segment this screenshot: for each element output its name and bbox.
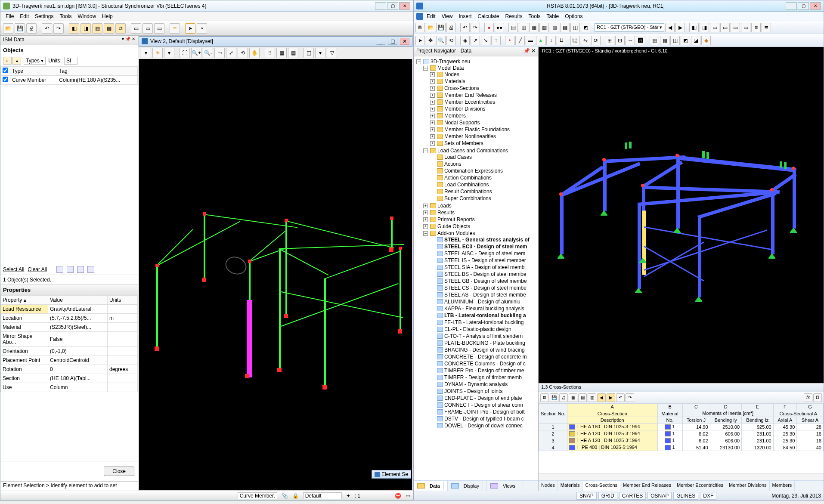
menu-edit[interactable]: Edit [424, 12, 438, 20]
titlebar-right[interactable]: RSTAB 8.01.0073 (64bit) - [3D-Tragwerk n… [414, 0, 824, 12]
tree-expander-icon[interactable]: – [416, 59, 421, 64]
orbit-gizmo-icon[interactable] [223, 254, 249, 278]
tree-item[interactable]: STEEL AISC - Design of steel mem [430, 250, 537, 257]
tree-item[interactable]: KAPPA - Flexural buckling analysis [430, 305, 537, 312]
table-row[interactable]: 2 I HE A 120 | DIN 1025-3:1994 1 6.02 60… [539, 430, 824, 437]
menu-calculate[interactable]: Calculate [475, 12, 502, 20]
tree-item[interactable]: EL-PL - Elastic-plastic design [430, 326, 537, 333]
property-row[interactable]: UseColumn [1, 383, 138, 392]
rt2-m2-icon[interactable]: ▩ [660, 36, 669, 45]
ss-tab-members[interactable]: Members [770, 481, 795, 491]
app-menu-icon[interactable] [416, 13, 423, 20]
ss-t9-icon[interactable]: ↶ [616, 393, 625, 402]
ss-calc-icon[interactable]: 🗒 [813, 393, 822, 402]
rt2-text-icon[interactable]: 🅰 [636, 36, 645, 45]
rt2-dim-icon[interactable]: ↔ [626, 36, 635, 45]
rt-g-icon[interactable]: ◫ [570, 23, 580, 32]
tree-item[interactable]: C-TO-T - Analysis of limit slendern [430, 333, 537, 340]
tree-item[interactable]: DYNAM - Dynamic analysis [430, 381, 537, 388]
rt-new-icon[interactable]: 🗎 [415, 23, 425, 32]
tree-item[interactable]: Super Combinations [430, 195, 537, 202]
status-snap[interactable]: SNAP [576, 492, 597, 500]
rt-f-icon[interactable]: ▩ [560, 23, 570, 32]
rt-calc2-icon[interactable]: ●● [495, 23, 504, 32]
tree-item[interactable]: STEEL BS - Design of steel membe [430, 271, 537, 278]
ss-tab-div[interactable]: Member Divisions [726, 481, 769, 491]
filter-3-icon[interactable] [77, 266, 84, 273]
menu-tools[interactable]: Tools [57, 12, 74, 20]
rt-r8-icon[interactable]: ≣ [762, 23, 771, 32]
prop-col-value[interactable]: Value [48, 296, 108, 305]
vt-fit-icon[interactable]: ⤢ [226, 48, 236, 58]
table-row[interactable]: 3 I HE A 120 | DIN 1025-3:1994 1 6.02 60… [539, 437, 824, 444]
status-stop-icon[interactable]: ⛔ [395, 493, 401, 499]
filter-4-icon[interactable] [87, 266, 94, 273]
ss-tab-nodes[interactable]: Nodes [539, 481, 558, 491]
tool-redo-icon[interactable]: ↷ [53, 23, 64, 34]
rt2-x-icon[interactable]: ↗ [471, 36, 480, 45]
tool-ism-2-icon[interactable]: ◨ [81, 23, 91, 34]
menu-tools[interactable]: Tools [526, 12, 543, 20]
tool-select-dd-icon[interactable]: ⚬ [197, 23, 207, 34]
rt2-member-icon[interactable]: ▬ [526, 36, 535, 45]
close-button[interactable]: ✕ [810, 2, 821, 10]
col-type[interactable]: Type [10, 67, 57, 76]
vt-zoom-in-icon[interactable]: 🔍+ [191, 48, 201, 58]
ss-grid[interactable]: Section No. ABCDEFG Cross-Section Materi… [539, 403, 824, 473]
tree-item[interactable]: +Member Divisions [430, 105, 537, 112]
prop-col-property[interactable]: Property ▴ [1, 296, 48, 305]
tree-item[interactable]: LTB - Lateral-torsional buckling a [430, 312, 537, 319]
rt-print-icon[interactable]: 🖨 [446, 23, 456, 32]
view-close-button[interactable]: ✕ [400, 38, 409, 45]
tree-item[interactable]: +Sets of Members [430, 140, 537, 147]
property-row[interactable]: Placement PointCentroidCentroid [1, 356, 138, 365]
rt-d-icon[interactable]: ▧ [539, 23, 549, 32]
ss-t7-icon[interactable]: ◀ [597, 393, 606, 402]
selected-member[interactable] [247, 300, 252, 377]
rt-r4-icon[interactable]: ▭ [720, 23, 730, 32]
tool-undo-icon[interactable]: ↶ [42, 23, 52, 34]
menu-insert[interactable]: Insert [456, 12, 474, 20]
ss-fx-icon[interactable]: fx [804, 393, 812, 402]
menu-edit[interactable]: Edit [17, 12, 31, 20]
nav-tab-views[interactable]: Views [487, 481, 523, 491]
rt-r3-icon[interactable]: ▭ [710, 23, 719, 32]
rt2-line-icon[interactable]: ╱ [515, 36, 525, 45]
tree-item[interactable]: STEEL SIA - Design of steel memb [430, 264, 537, 271]
header-checkbox[interactable] [3, 68, 8, 73]
rview-canvas[interactable] [539, 56, 824, 383]
navigator-close-icon[interactable]: 📌 ✕ [524, 48, 536, 55]
status-cartes[interactable]: CARTES [619, 492, 646, 500]
tree-item[interactable]: +Nodal Supports [430, 119, 537, 126]
ss-tab-crosssections[interactable]: Cross-Sections [582, 481, 620, 491]
rt2-m5-icon[interactable]: ◪ [691, 36, 700, 45]
tree-item[interactable]: STEEL CS - Design of steel membe [430, 284, 537, 291]
tree-item[interactable]: Combination Expressions [430, 167, 537, 174]
rt-save-icon[interactable]: 💾 [436, 23, 446, 32]
tool-select-icon[interactable]: ➤ [185, 23, 195, 34]
clear-all-link[interactable]: Clear All [28, 266, 47, 272]
tree-item[interactable]: FRAME-JOINT Pro - Design of bolt [430, 408, 537, 415]
row-checkbox[interactable] [3, 77, 8, 82]
tree-item[interactable]: Load Cases [430, 154, 537, 161]
rt2-prev-icon[interactable]: ⟲ [446, 36, 456, 45]
rt2-z-icon[interactable]: ↑ [491, 36, 501, 45]
rt-open-icon[interactable]: 📂 [426, 23, 435, 32]
tool-view-2-icon[interactable]: ▭ [142, 23, 153, 34]
tree-item[interactable]: DSTV - Design of typified I-beam c [430, 415, 537, 422]
nav-home-icon[interactable]: ⌂ [3, 57, 12, 65]
vt-sun-icon[interactable]: ☀ [152, 48, 163, 58]
tree-item[interactable]: STEEL GB - Design of steel membe [430, 278, 537, 284]
property-row[interactable]: Load ResistanceGravityAndLateral [1, 305, 138, 314]
rt2-m1-icon[interactable]: ▦ [650, 36, 659, 45]
status-check-icon[interactable]: ▭ [406, 493, 410, 499]
rt-r5-icon[interactable]: ▭ [731, 23, 740, 32]
rt2-copy-icon[interactable]: ⿻ [570, 36, 580, 45]
prop-col-units[interactable]: Units [108, 296, 138, 305]
types-dropdown[interactable]: Types ▾ [24, 57, 46, 65]
rt-prev-lc-icon[interactable]: ◀ [665, 23, 675, 32]
nav-tab-display[interactable]: Display [448, 481, 487, 491]
menu-results[interactable]: Results [503, 12, 525, 20]
rt-r2-icon[interactable]: ◨ [700, 23, 709, 32]
ss-tab-releases[interactable]: Member End Releases [620, 481, 674, 491]
